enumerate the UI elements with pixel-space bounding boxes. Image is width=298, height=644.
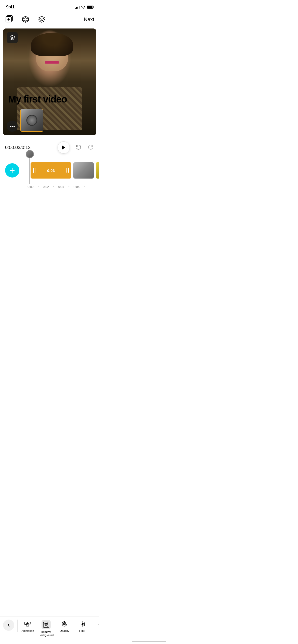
ar-button[interactable]	[21, 15, 30, 23]
ruler-mark-1: 0:02	[40, 185, 52, 189]
playhead-thumbnail	[26, 150, 34, 158]
control-buttons	[58, 141, 94, 154]
clip-pause-left	[33, 168, 35, 173]
ruler-mark-2: 0:04	[55, 185, 67, 189]
current-time: 0:00.03/0:12	[5, 145, 31, 150]
add-icon	[9, 167, 15, 173]
timeline-ruler: 0:00 • 0:02 • 0:04 • 0:06 •	[0, 185, 99, 189]
hair-area	[31, 33, 73, 56]
layer-badge: L	[7, 32, 18, 43]
play-icon	[62, 145, 66, 150]
svg-point-16	[13, 126, 15, 127]
thumbnail-image	[21, 109, 43, 131]
add-clip-button[interactable]	[5, 163, 19, 178]
svg-text:L: L	[12, 36, 13, 37]
clip-2[interactable]	[73, 162, 94, 179]
playhead	[30, 150, 30, 184]
signal-icon	[75, 6, 79, 9]
top-toolbar: Next	[0, 12, 99, 26]
undo-icon	[75, 144, 82, 151]
svg-point-15	[12, 126, 13, 127]
wifi-icon	[81, 6, 85, 9]
redo-button[interactable]	[87, 144, 94, 151]
status-bar: 9:41	[0, 0, 99, 12]
status-icons	[75, 6, 93, 9]
more-options-icon	[10, 126, 15, 127]
svg-marker-5	[24, 18, 27, 21]
svg-point-14	[10, 126, 11, 127]
ruler-mark-3: 0:06	[71, 185, 83, 189]
svg-line-10	[22, 20, 24, 21]
toolbar-left-icons	[5, 15, 46, 23]
layers-button[interactable]	[38, 15, 46, 23]
time-controls: 0:00.03/0:12	[0, 141, 99, 154]
clip-1[interactable]: 0:03	[31, 162, 71, 179]
clip-duration: 0:03	[47, 168, 55, 173]
next-button[interactable]: Next	[84, 17, 94, 22]
video-background	[3, 28, 96, 135]
redo-icon	[87, 144, 94, 151]
more-options-button[interactable]	[7, 121, 18, 132]
svg-line-11	[22, 18, 24, 19]
ruler-mark-0: 0:00	[24, 185, 37, 189]
video-preview: L My first video	[3, 28, 96, 135]
clip-3[interactable]	[96, 162, 99, 179]
timeline-track: 0:03	[23, 162, 99, 179]
play-button[interactable]	[58, 141, 70, 154]
layer-badge-icon: L	[9, 35, 15, 41]
undo-button[interactable]	[75, 144, 82, 151]
timeline-container: 0:03	[0, 158, 99, 183]
timeline-section: 0:00.03/0:12	[0, 137, 99, 189]
svg-line-7	[27, 18, 29, 19]
add-project-icon	[5, 15, 13, 23]
ar-icon	[21, 15, 30, 23]
svg-line-8	[27, 20, 29, 21]
battery-icon	[87, 6, 93, 9]
clip-pause-right	[66, 168, 69, 173]
clip-thumbnail[interactable]	[20, 109, 43, 132]
add-to-project-button[interactable]	[5, 15, 13, 23]
status-time: 9:41	[6, 5, 15, 10]
layers-icon	[38, 15, 46, 23]
video-overlay-text: My first video	[8, 94, 91, 105]
